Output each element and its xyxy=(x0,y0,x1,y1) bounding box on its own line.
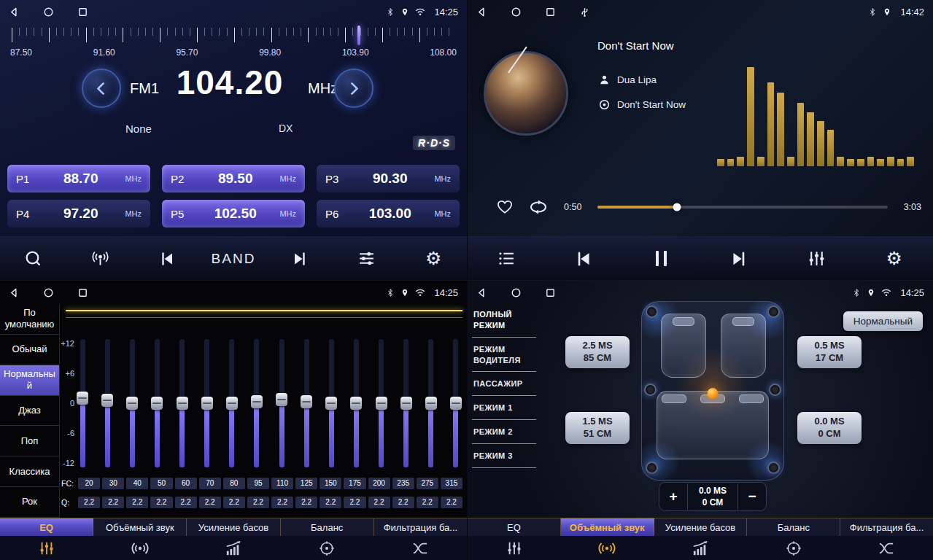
previous-track-button[interactable] xyxy=(545,249,622,268)
recents-icon[interactable] xyxy=(77,287,88,298)
recents-icon[interactable] xyxy=(77,7,88,18)
playlist-button[interactable] xyxy=(468,249,545,268)
eq-band-slider-175hz[interactable] xyxy=(349,339,363,467)
tab-surround-sound[interactable]: Объёмный звук xyxy=(93,518,187,536)
eq-slider-knob[interactable] xyxy=(400,397,412,410)
eq-band-slider-30hz[interactable] xyxy=(101,339,114,467)
eq-slider-knob[interactable] xyxy=(126,397,138,410)
tab-eq[interactable]: EQ xyxy=(0,518,93,536)
home-icon[interactable] xyxy=(511,287,522,298)
decrease-delay-button[interactable]: − xyxy=(738,489,766,505)
recents-icon[interactable] xyxy=(545,287,556,298)
eq-slider-knob[interactable] xyxy=(77,392,88,405)
seek-bar[interactable] xyxy=(597,206,887,209)
tab-bass-boost[interactable]: Усиление басов xyxy=(654,518,748,536)
eq-slider-knob[interactable] xyxy=(350,397,362,410)
eq-band-slider-110hz[interactable] xyxy=(275,339,288,467)
eq-tab-icon[interactable] xyxy=(0,540,93,556)
eq-band-slider-125hz[interactable] xyxy=(300,339,313,467)
surround-tab-icon[interactable] xyxy=(93,541,187,556)
frequency-scale[interactable]: 87.5091.6095.7099.80103.90108.00 xyxy=(10,28,457,61)
eq-slider-knob[interactable] xyxy=(101,394,113,407)
back-icon[interactable] xyxy=(9,287,20,298)
tab-filter[interactable]: Фильтрация ба... xyxy=(374,518,467,536)
home-icon[interactable] xyxy=(43,287,54,298)
eq-band-slider-275hz[interactable] xyxy=(425,339,438,467)
pause-button[interactable] xyxy=(623,251,700,266)
frequency-pointer[interactable] xyxy=(357,26,360,45)
eq-band-slider-50hz[interactable] xyxy=(150,339,163,467)
settings-gear-icon[interactable]: ⚙ xyxy=(856,249,933,268)
filter-tab-icon[interactable] xyxy=(840,540,933,556)
tab-bass-boost[interactable]: Усиление басов xyxy=(187,518,280,536)
eq-slider-knob[interactable] xyxy=(151,397,163,410)
next-track-button[interactable] xyxy=(700,249,778,268)
eq-settings-button[interactable] xyxy=(333,249,400,268)
home-icon[interactable] xyxy=(511,7,522,18)
listener-position-dot[interactable] xyxy=(708,388,719,399)
eq-slider-knob[interactable] xyxy=(325,397,337,410)
seek-bar-knob[interactable] xyxy=(673,203,681,211)
eq-slider-knob[interactable] xyxy=(301,395,312,408)
eq-slider-knob[interactable] xyxy=(177,397,188,410)
bass-boost-tab-icon[interactable] xyxy=(654,540,747,556)
eq-preset-custom[interactable]: Обычай xyxy=(0,335,59,365)
eq-preset-jazz[interactable]: Джаз xyxy=(0,396,59,427)
preset-p5-button[interactable]: P5102.50MHz xyxy=(162,200,305,228)
bass-boost-tab-icon[interactable] xyxy=(187,540,280,556)
eq-preset-classic[interactable]: Классика xyxy=(0,456,59,487)
surround-mode-driver[interactable]: РЕЖИМ ВОДИТЕЛЯ xyxy=(472,338,536,373)
preset-p4-button[interactable]: P497.20MHz xyxy=(7,200,150,228)
eq-preset-pop[interactable]: Поп xyxy=(0,426,59,456)
broadcast-button[interactable] xyxy=(66,249,133,268)
tab-eq[interactable]: EQ xyxy=(468,518,561,536)
eq-slider-knob[interactable] xyxy=(276,393,287,406)
sound-preset-button[interactable]: Нормальный xyxy=(843,311,923,331)
eq-band-slider-200hz[interactable] xyxy=(375,339,388,467)
eq-band-slider-40hz[interactable] xyxy=(125,339,139,467)
eq-band-slider-80hz[interactable] xyxy=(225,339,239,467)
back-icon[interactable] xyxy=(9,7,20,18)
eq-preset-default[interactable]: По умолчанию xyxy=(0,304,59,335)
eq-preset-normal[interactable]: Нормальный xyxy=(0,365,59,396)
tab-balance[interactable]: Баланс xyxy=(281,518,374,536)
eq-band-slider-70hz[interactable] xyxy=(201,339,214,467)
favorite-icon[interactable] xyxy=(497,200,513,214)
home-icon[interactable] xyxy=(43,7,54,18)
surround-mode-full[interactable]: ПОЛНЫЙ РЕЖИМ xyxy=(472,303,536,338)
eq-slider-knob[interactable] xyxy=(201,397,213,410)
eq-band-slider-95hz[interactable] xyxy=(250,339,263,467)
preset-p2-button[interactable]: P289.50MHz xyxy=(162,165,305,192)
balance-tab-icon[interactable] xyxy=(747,540,840,556)
recents-icon[interactable] xyxy=(545,7,556,18)
surround-mode-3[interactable]: РЕЖИМ 3 xyxy=(472,444,536,468)
eq-band-slider-60hz[interactable] xyxy=(176,339,189,467)
preset-p3-button[interactable]: P390.30MHz xyxy=(317,165,460,192)
eq-slider-knob[interactable] xyxy=(425,397,437,410)
band-button[interactable]: BAND xyxy=(200,251,266,267)
surround-mode-passenger[interactable]: ПАССАЖИР xyxy=(472,372,536,396)
eq-band-slider-150hz[interactable] xyxy=(325,339,338,467)
eq-band-slider-20hz[interactable] xyxy=(76,339,89,467)
eq-slider-knob[interactable] xyxy=(226,397,238,410)
seek-next-button[interactable] xyxy=(267,250,333,268)
eq-slider-knob[interactable] xyxy=(376,397,387,410)
tab-filter[interactable]: Фильтрация ба... xyxy=(840,518,933,536)
back-icon[interactable] xyxy=(476,287,487,298)
eq-slider-knob[interactable] xyxy=(251,395,263,408)
increase-delay-button[interactable]: + xyxy=(659,489,687,505)
eq-tab-icon[interactable] xyxy=(468,540,561,556)
filter-tab-icon[interactable] xyxy=(373,540,467,556)
repeat-icon[interactable] xyxy=(529,200,548,214)
eq-slider-knob[interactable] xyxy=(450,397,462,410)
eq-band-slider-315hz[interactable] xyxy=(449,339,462,467)
scan-button[interactable] xyxy=(0,249,66,268)
eq-band-slider-235hz[interactable] xyxy=(400,339,413,467)
preset-p6-button[interactable]: P6103.00MHz xyxy=(317,200,460,228)
surround-mode-2[interactable]: РЕЖИМ 2 xyxy=(472,420,536,444)
tune-up-button[interactable] xyxy=(334,69,373,108)
surround-mode-1[interactable]: РЕЖИМ 1 xyxy=(472,396,536,420)
mixer-button[interactable] xyxy=(778,249,855,268)
settings-gear-icon[interactable]: ⚙ xyxy=(400,249,467,268)
balance-tab-icon[interactable] xyxy=(280,540,373,556)
